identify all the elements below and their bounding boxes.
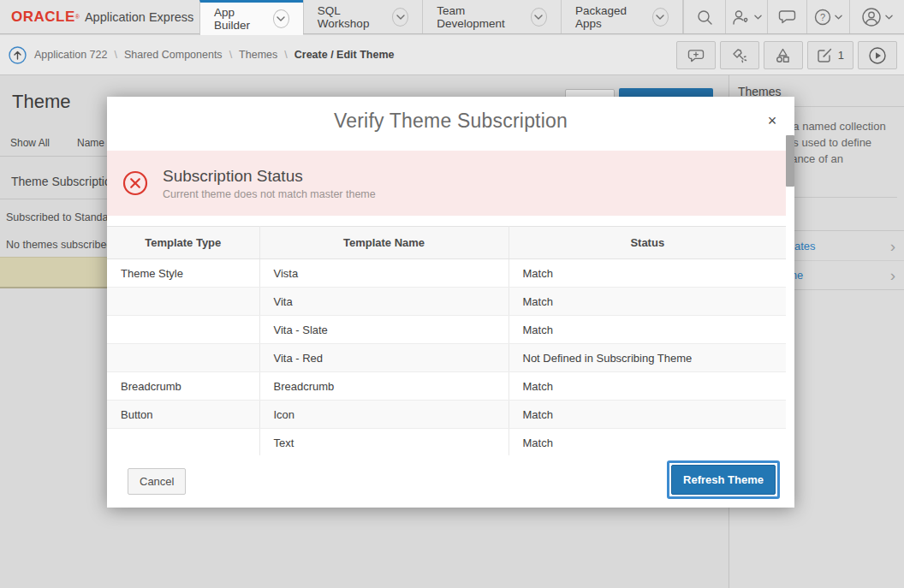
table-row: Vita - SlateMatch [107, 316, 786, 344]
theme-spotlight-button[interactable] [720, 41, 759, 69]
chevron-down-icon[interactable] [392, 8, 408, 27]
chevron-down-icon [835, 15, 842, 20]
table-cell [107, 344, 259, 372]
breadcrumb-item-application[interactable]: Application 722 [34, 49, 107, 61]
table-row: BreadcrumbBreadcrumbMatch [107, 372, 786, 401]
oracle-logo: ORACLE [11, 9, 75, 26]
breadcrumb: Application 722 \ Shared Components \ Th… [9, 35, 394, 74]
dialog-header: Verify Theme Subscription × [107, 97, 794, 135]
top-navigation-bar: ORACLE® Application Express App Builder … [0, 0, 904, 34]
table-cell: Vita [259, 288, 508, 316]
table-header: Template Type Template Name Status [107, 227, 786, 259]
shapes-icon [775, 47, 791, 63]
tab-sql-workshop[interactable]: SQL Workshop [303, 0, 422, 33]
table-cell: Match [508, 259, 786, 288]
breadcrumb-item-shared-components[interactable]: Shared Components [124, 49, 223, 61]
show-all-label[interactable]: Show All [10, 137, 50, 149]
up-level-icon[interactable] [9, 46, 27, 64]
verify-theme-subscription-dialog: Verify Theme Subscription × Subscription… [107, 97, 794, 508]
table-row: Vita - RedNot Defined in Subscribing The… [107, 344, 786, 372]
tab-label: Team Development [437, 4, 523, 30]
name-column-label[interactable]: Name [77, 137, 104, 149]
table-row: TextMatch [107, 429, 786, 456]
theme-subscription-section-title: Theme Subscription [11, 175, 118, 188]
trademark-mark: ® [75, 13, 80, 21]
page-action-buttons: 1 [676, 41, 897, 69]
main-tabs: App Builder SQL Workshop Team Developmen… [199, 0, 683, 33]
svg-text:?: ? [820, 12, 825, 22]
tab-team-development[interactable]: Team Development [422, 0, 561, 33]
subscription-status-alert: Subscription Status Current theme does n… [107, 151, 786, 216]
table-cell: Match [508, 372, 786, 401]
chevron-down-icon [885, 15, 893, 20]
table-cell: Theme Style [107, 259, 259, 288]
column-header-template-type: Template Type [107, 227, 259, 259]
breadcrumb-item-current: Create / Edit Theme [294, 49, 395, 61]
chevron-down-icon[interactable] [273, 9, 289, 28]
table-cell [107, 316, 259, 344]
search-icon [696, 9, 713, 26]
column-header-template-name: Template Name [259, 227, 508, 259]
nav-utility-icons: ? [683, 0, 904, 33]
chevron-down-icon[interactable] [652, 8, 669, 27]
help-menu-button[interactable]: ? [806, 0, 849, 33]
feedback-button[interactable] [767, 0, 806, 33]
breadcrumb-bar: Application 722 \ Shared Components \ Th… [0, 35, 904, 75]
add-comment-button[interactable] [676, 41, 716, 69]
table-cell: Breadcrumb [259, 372, 508, 401]
edit-page-button[interactable]: 1 [807, 41, 853, 69]
play-icon [869, 47, 886, 64]
breadcrumb-separator: \ [114, 49, 116, 61]
table-cell: Vita - Red [259, 344, 508, 372]
tab-app-builder[interactable]: App Builder [199, 0, 303, 35]
brand: ORACLE® Application Express [0, 0, 199, 33]
template-status-table: Template Type Template Name Status Theme… [107, 226, 786, 455]
search-button[interactable] [683, 0, 725, 33]
flashlight-icon [731, 47, 747, 63]
tab-packaged-apps[interactable]: Packaged Apps [561, 0, 683, 33]
table-cell: Match [508, 316, 786, 344]
table-row: VitaMatch [107, 288, 786, 316]
error-circle-icon [122, 170, 148, 196]
table-row: ButtonIconMatch [107, 401, 786, 429]
alert-texts: Subscription Status Current theme does n… [163, 167, 376, 200]
breadcrumb-item-themes[interactable]: Themes [239, 49, 277, 61]
alert-title: Subscription Status [163, 167, 376, 186]
breadcrumb-separator: \ [284, 49, 287, 61]
table-cell: Match [508, 401, 786, 429]
edit-page-number: 1 [838, 49, 844, 62]
table-cell: Text [259, 429, 508, 456]
refresh-theme-button[interactable]: Refresh Theme [671, 465, 776, 495]
table-cell: Match [508, 429, 786, 456]
table-cell: Icon [259, 401, 508, 429]
help-icon: ? [814, 9, 831, 26]
comment-add-icon [687, 48, 705, 63]
chevron-right-icon: › [890, 267, 895, 283]
column-header-status: Status [508, 227, 786, 259]
shared-components-button[interactable] [764, 41, 803, 69]
team-menu-button[interactable] [725, 0, 767, 33]
close-icon[interactable]: × [762, 110, 782, 131]
cancel-button[interactable]: Cancel [128, 468, 186, 495]
tab-label: SQL Workshop [318, 4, 385, 30]
product-name: Application Express [85, 10, 193, 24]
table-cell: Match [508, 288, 786, 316]
chevron-down-icon[interactable] [531, 8, 547, 27]
breadcrumb-separator: \ [229, 49, 232, 61]
tab-label: App Builder [214, 6, 266, 32]
account-icon [861, 7, 882, 27]
team-icon [732, 9, 751, 26]
table-row: Theme StyleVistaMatch [107, 259, 786, 288]
table-cell: Vista [259, 259, 508, 288]
account-menu-button[interactable] [849, 0, 904, 33]
page-title: Theme [12, 91, 70, 113]
table-cell: Not Defined in Subscribing Theme [508, 344, 786, 372]
table-cell: Button [107, 401, 259, 429]
table-cell [107, 429, 259, 456]
run-application-button[interactable] [858, 41, 897, 69]
dialog-footer: Cancel Refresh Theme [107, 455, 794, 508]
dialog-title: Verify Theme Subscription [107, 97, 794, 133]
table-cell: Breadcrumb [107, 372, 259, 401]
table-cell: Vita - Slate [259, 316, 508, 344]
dialog-scrollbar-thumb[interactable] [786, 135, 794, 187]
